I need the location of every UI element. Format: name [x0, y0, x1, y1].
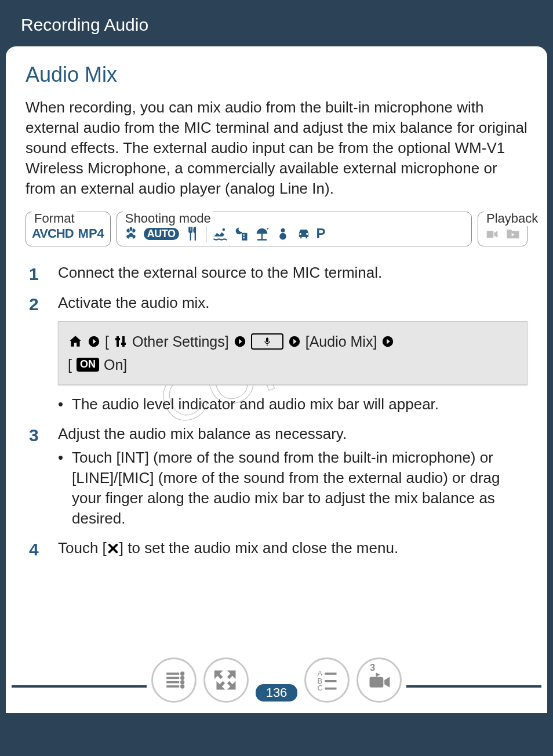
- audio-mix-text: [Audio Mix]: [305, 330, 377, 353]
- svg-rect-5: [122, 336, 125, 347]
- mode-row: Format AVCHD MP4 Shooting mode AUTO: [26, 212, 527, 246]
- step-2-text: Activate the audio mix.: [58, 294, 210, 311]
- step-1-text: Connect the external source to the MIC t…: [58, 264, 382, 281]
- auto-badge: AUTO: [144, 228, 179, 240]
- toc-button[interactable]: [151, 657, 197, 703]
- on-text: On]: [104, 353, 127, 376]
- step-3-sublist: Touch [INT] (more of the sound from the …: [58, 448, 527, 529]
- step-3: Adjust the audio mix balance as necessar…: [26, 424, 527, 529]
- page-body: COPY Audio Mix When recording, you can m…: [6, 46, 547, 713]
- svg-rect-6: [115, 338, 120, 340]
- arrow-right-icon: [88, 335, 100, 348]
- step-2-bullet: The audio level indicator and audio mix …: [58, 394, 527, 415]
- step-3-bullet: Touch [INT] (more of the sound from the …: [58, 448, 527, 529]
- chapter-header: Recording Audio: [0, 0, 553, 46]
- arrow-right-icon: [288, 335, 301, 348]
- svg-point-16: [181, 677, 183, 679]
- night-building-icon: [233, 226, 249, 241]
- playback-group: Playback: [478, 212, 527, 246]
- snowman-icon: [275, 226, 291, 241]
- svg-rect-4: [117, 336, 119, 347]
- format-label: Format: [32, 211, 77, 226]
- format-avchd: AVCHD: [32, 226, 74, 241]
- cutlery-icon: [184, 226, 200, 241]
- step-2: Activate the audio mix. [ Other Settings…: [26, 293, 527, 415]
- svg-rect-7: [121, 343, 126, 345]
- play-folder-icon: [505, 226, 521, 241]
- svg-point-2: [279, 233, 286, 240]
- swimmer-icon: [212, 226, 228, 241]
- svg-point-17: [181, 681, 183, 684]
- svg-text:C: C: [318, 684, 323, 692]
- svg-point-0: [222, 228, 225, 231]
- steps-list: Connect the external source to the MIC t…: [26, 263, 527, 560]
- expand-button[interactable]: [203, 657, 249, 703]
- format-mp4: MP4: [78, 226, 104, 241]
- film-camera-icon: [484, 226, 500, 241]
- index-button[interactable]: ABC: [304, 657, 350, 703]
- format-group: Format AVCHD MP4: [26, 212, 111, 246]
- arrow-right-icon: [381, 335, 394, 348]
- step-4: Touch [] to set the audio mix and close …: [26, 538, 527, 560]
- shooting-mode-label: Shooting mode: [123, 211, 213, 226]
- on-badge: ON: [77, 358, 99, 372]
- sliders-icon: [114, 334, 128, 349]
- beach-umbrella-icon: [254, 226, 270, 241]
- step-4-text-b: ] to set the audio mix and close the men…: [119, 539, 398, 557]
- flower-icon: [123, 226, 139, 241]
- intro-paragraph: When recording, you can mix audio from t…: [26, 97, 527, 199]
- footer-buttons: 136 ABC 3: [147, 657, 407, 703]
- svg-point-1: [281, 228, 285, 232]
- home-icon: [68, 334, 83, 349]
- x-close-icon: [107, 540, 119, 560]
- footer-bar: 136 ABC 3: [6, 657, 547, 713]
- step-4-text-a: Touch [: [58, 539, 107, 557]
- bracket-open-2: [: [68, 353, 72, 376]
- bracket-open: [: [105, 330, 109, 353]
- step-1: Connect the external source to the MIC t…: [26, 263, 527, 283]
- shooting-mode-group: Shooting mode AUTO P: [117, 212, 472, 246]
- page-title: Audio Mix: [26, 63, 527, 87]
- other-settings-text: Other Settings]: [132, 330, 229, 353]
- program-p-icon: P: [316, 226, 326, 242]
- divider: [206, 225, 206, 242]
- menu-navigation-box: [ Other Settings] [Audio Mix]: [58, 321, 527, 385]
- playback-label: Playback: [484, 211, 540, 226]
- svg-point-18: [181, 685, 183, 688]
- page-number: 136: [256, 684, 298, 702]
- camcorder-button[interactable]: 3: [356, 657, 402, 703]
- badge-3: 3: [370, 663, 375, 673]
- mic-tab-icon: [251, 333, 283, 350]
- step-2-sublist: The audio level indicator and audio mix …: [58, 394, 527, 415]
- svg-point-15: [181, 673, 183, 675]
- step-3-text: Adjust the audio mix balance as necessar…: [58, 425, 347, 442]
- car-icon: [296, 226, 312, 241]
- arrow-right-icon: [234, 335, 246, 348]
